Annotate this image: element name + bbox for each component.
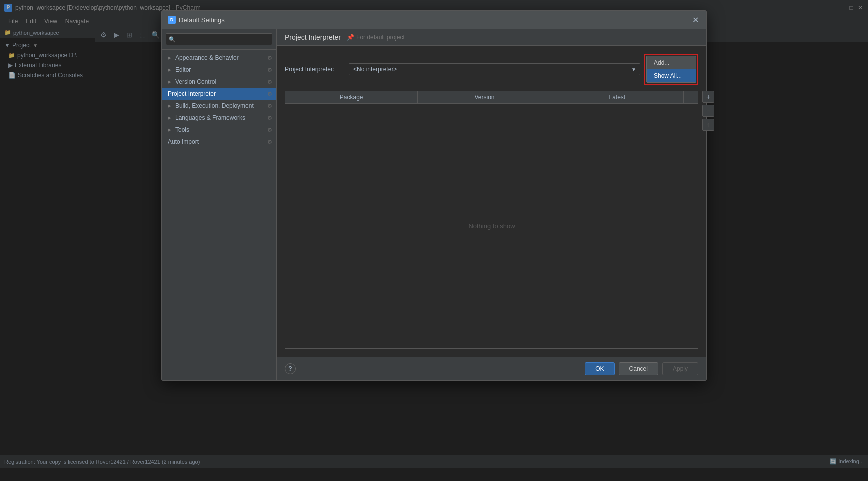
nav-item-version-control[interactable]: ▶ Version Control ⚙ (162, 76, 276, 88)
interpreter-popup-menu: Add... Show All... (646, 56, 696, 83)
build-expand-icon: ▶ (168, 103, 171, 108)
lang-expand-icon: ▶ (168, 115, 171, 120)
content-header: Project Interpreter 📌 For default projec… (277, 29, 706, 46)
nav-item-editor[interactable]: ▶ Editor ⚙ (162, 64, 276, 76)
pi-settings-icon: ⚙ (267, 91, 272, 97)
dialog-right-panel: Project Interpreter 📌 For default projec… (277, 29, 706, 380)
dialog-title-bar: D Default Settings ✕ (162, 11, 706, 29)
appearance-expand-icon: ▶ (168, 55, 171, 60)
footer-buttons-group: OK Cancel Apply (585, 362, 698, 375)
nav-autoimport-label: Auto Import (168, 138, 270, 145)
nav-item-project-interpreter[interactable]: Project Interpreter ⚙ (162, 88, 276, 100)
interpreter-dropdown[interactable]: <No interpreter> (349, 63, 640, 75)
autoimport-settings-icon: ⚙ (267, 139, 272, 145)
dialog-search-area: 🔍 (162, 29, 276, 50)
col-actions (684, 91, 698, 103)
col-version: Version (418, 91, 551, 103)
content-title: Project Interpreter (285, 33, 341, 41)
interpreter-content: Project Interpreter: <No interpreter> ▼ (277, 46, 706, 357)
package-table: Package Version Latest Nothing to show (285, 91, 698, 349)
vc-expand-icon: ▶ (168, 79, 171, 84)
dialog-overlay: D Default Settings ✕ 🔍 ▶ Appearance & B (0, 0, 868, 481)
dialog-title-text: Default Settings (179, 16, 225, 24)
col-package: Package (285, 91, 418, 103)
dialog-body: 🔍 ▶ Appearance & Behavior ⚙ ▶ Editor ⚙ (162, 29, 706, 380)
lang-settings-icon: ⚙ (267, 115, 272, 121)
nav-pi-label: Project Interpreter (168, 90, 270, 97)
table-body: Nothing to show (285, 104, 698, 348)
nav-item-tools[interactable]: ▶ Tools ⚙ (162, 124, 276, 136)
dialog-footer: ? OK Cancel Apply (277, 357, 706, 380)
show-all-btn[interactable]: Show All... (647, 69, 696, 82)
col-latest: Latest (551, 91, 684, 103)
subtitle-text: For default project (356, 34, 405, 41)
interpreter-select-row: Project Interpreter: <No interpreter> ▼ (285, 54, 698, 85)
vc-settings-icon: ⚙ (267, 79, 272, 85)
package-table-container: Package Version Latest Nothing to show (285, 91, 698, 349)
tools-expand-icon: ▶ (168, 127, 171, 132)
add-package-btn[interactable]: + (702, 91, 714, 103)
cancel-button[interactable]: Cancel (619, 362, 658, 375)
search-wrapper: 🔍 (166, 33, 272, 45)
nav-item-auto-import[interactable]: Auto Import ⚙ (162, 136, 276, 148)
help-button[interactable]: ? (285, 363, 296, 374)
dialog-close-button[interactable]: ✕ (690, 15, 700, 25)
empty-table-message: Nothing to show (468, 222, 515, 230)
nav-item-build[interactable]: ▶ Build, Execution, Deployment ⚙ (162, 100, 276, 112)
interpreter-select-wrapper: <No interpreter> ▼ (349, 63, 640, 75)
tools-settings-icon: ⚙ (267, 127, 272, 133)
editor-settings-icon: ⚙ (267, 67, 272, 73)
nav-appearance-label: Appearance & Behavior (175, 54, 270, 61)
nav-item-appearance[interactable]: ▶ Appearance & Behavior ⚙ (162, 52, 276, 64)
ok-button[interactable]: OK (585, 362, 614, 375)
search-icon: 🔍 (169, 36, 176, 43)
nav-build-label: Build, Execution, Deployment (175, 102, 270, 109)
content-subtitle: 📌 For default project (347, 34, 405, 41)
table-header: Package Version Latest (285, 91, 698, 104)
dialog-title-icon: D (168, 16, 176, 24)
nav-vc-label: Version Control (175, 78, 270, 85)
add-interpreter-btn[interactable]: Add... (647, 56, 696, 69)
popup-area: Add... Show All... (644, 54, 698, 85)
build-settings-icon: ⚙ (267, 103, 272, 109)
package-actions: + − ↑ (702, 91, 714, 131)
popup-highlight-box: Add... Show All... (644, 54, 698, 85)
default-settings-dialog: D Default Settings ✕ 🔍 ▶ Appearance & B (161, 10, 707, 381)
nav-editor-label: Editor (175, 66, 270, 73)
settings-navigation: ▶ Appearance & Behavior ⚙ ▶ Editor ⚙ ▶ V… (162, 50, 276, 380)
nav-lang-label: Languages & Frameworks (175, 114, 270, 121)
apply-button[interactable]: Apply (662, 362, 698, 375)
appearance-settings-icon: ⚙ (267, 55, 272, 61)
dialog-title-group: D Default Settings (168, 16, 225, 24)
remove-package-btn[interactable]: − (702, 105, 714, 117)
nav-item-languages[interactable]: ▶ Languages & Frameworks ⚙ (162, 112, 276, 124)
nav-tools-label: Tools (175, 126, 270, 133)
editor-expand-icon: ▶ (168, 67, 171, 72)
dialog-left-panel: 🔍 ▶ Appearance & Behavior ⚙ ▶ Editor ⚙ (162, 29, 277, 380)
settings-search-input[interactable] (166, 33, 272, 45)
up-package-btn[interactable]: ↑ (702, 119, 714, 131)
subtitle-icon: 📌 (347, 34, 354, 41)
interpreter-field-label: Project Interpreter: (285, 66, 345, 73)
